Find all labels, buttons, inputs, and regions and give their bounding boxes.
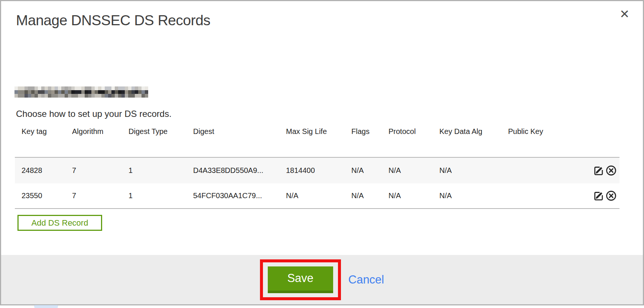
manage-dnssec-dialog: Manage DNSSEC DS Records ✕ Choose how to…: [0, 0, 644, 305]
cell-key-data-alg: N/A: [433, 157, 501, 183]
cell-public-key: [501, 183, 557, 209]
cell-key-data-alg: N/A: [433, 183, 501, 209]
cell-algorithm: 7: [65, 183, 122, 209]
cell-max-sig-life: N/A: [279, 183, 345, 209]
row-actions: [557, 157, 619, 183]
cell-key-tag: 23550: [15, 183, 65, 209]
cell-digest-type: 1: [122, 157, 186, 183]
cell-digest: 54FCF030AA1C79...: [186, 183, 279, 209]
cell-public-key: [501, 157, 557, 183]
cell-flags: N/A: [345, 157, 382, 183]
table-row: 235507154FCF030AA1C79...N/AN/AN/AN/A: [15, 183, 619, 209]
dialog-footer: Save Cancel: [1, 255, 643, 304]
cancel-link[interactable]: Cancel: [348, 273, 384, 286]
domain-name-redacted: [14, 86, 148, 98]
cell-key-tag: 24828: [15, 157, 65, 183]
col-header-key-data-alg: Key Data Alg: [433, 126, 501, 157]
col-header-flags: Flags: [345, 126, 382, 157]
ds-records-table: Key tag Algorithm Digest Type Digest Max…: [15, 126, 619, 209]
cell-max-sig-life: 1814400: [279, 157, 345, 183]
add-ds-record-button[interactable]: Add DS Record: [17, 215, 102, 231]
edit-icon[interactable]: [593, 190, 605, 201]
col-header-max-sig-life: Max Sig Life: [279, 126, 345, 157]
annotation-red-box: Save: [260, 259, 341, 300]
dialog-title: Manage DNSSEC DS Records: [16, 12, 210, 29]
cell-digest: D4A33E8DD550A9...: [186, 157, 279, 183]
col-header-digest: Digest: [186, 126, 279, 157]
col-header-public-key: Public Key: [501, 126, 557, 157]
col-header-algorithm: Algorithm: [65, 126, 122, 157]
delete-icon[interactable]: [605, 165, 617, 176]
row-actions: [557, 183, 619, 209]
cell-algorithm: 7: [65, 157, 122, 183]
cell-protocol: N/A: [382, 183, 433, 209]
delete-icon[interactable]: [605, 190, 617, 201]
col-header-digest-type: Digest Type: [122, 126, 186, 157]
col-header-actions: [557, 126, 619, 157]
instruction-text: Choose how to set up your DS records.: [16, 109, 172, 119]
col-header-key-tag: Key tag: [15, 126, 65, 157]
cell-digest-type: 1: [122, 183, 186, 209]
save-button[interactable]: Save: [268, 266, 333, 293]
cell-flags: N/A: [345, 183, 382, 209]
table-row: 2482871D4A33E8DD550A9...1814400N/AN/AN/A: [15, 157, 619, 183]
table-header-row: Key tag Algorithm Digest Type Digest Max…: [15, 126, 619, 157]
col-header-protocol: Protocol: [382, 126, 433, 157]
background-page-fragment: [34, 305, 58, 308]
close-icon[interactable]: ✕: [617, 8, 632, 20]
cell-protocol: N/A: [382, 157, 433, 183]
edit-icon[interactable]: [593, 165, 605, 176]
